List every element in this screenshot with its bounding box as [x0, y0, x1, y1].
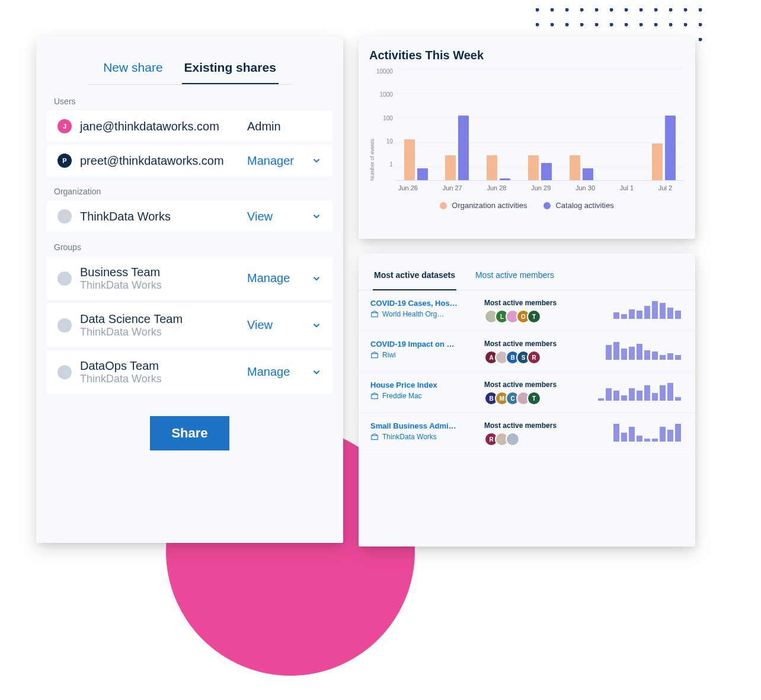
spark-bar	[660, 385, 666, 401]
bar	[487, 155, 497, 180]
activities-chart-panel: Activities This Week Number of events 10…	[359, 37, 695, 239]
dataset-name[interactable]: Small Business Admi…	[370, 421, 477, 430]
group-row[interactable]: Data Science TeamThinkData WorksView	[47, 303, 332, 347]
role-dropdown[interactable]: Manage	[247, 365, 299, 379]
avatar-stack: LOT	[484, 309, 585, 324]
sparkline	[592, 381, 683, 401]
group-row[interactable]: DataOps TeamThinkData WorksManage	[47, 350, 332, 394]
bar-group	[482, 155, 514, 180]
group-avatar	[57, 318, 72, 333]
spark-bar	[637, 391, 642, 401]
spark-bar	[644, 350, 650, 360]
group-row[interactable]: Business TeamThinkData WorksManage	[47, 257, 332, 300]
user-row[interactable]: Jjane@thinkdataworks.comAdmin	[47, 111, 332, 142]
xtick: Jun 26	[398, 184, 418, 191]
sparkline	[592, 421, 683, 442]
bar	[500, 178, 510, 180]
legend-item: Organization activities	[440, 201, 527, 210]
spark-bar	[637, 311, 642, 319]
user-email: jane@thinkdataworks.com	[80, 119, 239, 133]
member-avatar	[506, 432, 520, 446]
tab-most-active-datasets[interactable]: Most active datasets	[373, 261, 456, 290]
group-org: ThinkData Works	[80, 373, 239, 385]
spark-bar	[660, 303, 666, 319]
dataset-org[interactable]: ThinkData Works	[370, 433, 477, 441]
xtick: Jul 1	[620, 184, 634, 191]
bar-group	[524, 155, 556, 180]
dataset-name[interactable]: House Price Index	[370, 381, 477, 389]
role-label: Admin	[247, 120, 299, 133]
spark-bar	[629, 309, 635, 319]
spark-bar	[629, 388, 635, 401]
spark-bar	[621, 433, 627, 442]
bar	[665, 116, 676, 180]
spark-bar	[613, 342, 619, 360]
dataset-row[interactable]: COVID-19 Impact on …RiwiMost active memb…	[359, 331, 695, 372]
chart-legend: Organization activitiesCatalog activitie…	[369, 201, 685, 210]
bar	[458, 116, 469, 180]
spark-bar	[644, 439, 650, 442]
svg-rect-2	[372, 395, 378, 399]
dataset-name[interactable]: COVID-19 Cases, Hos…	[370, 299, 477, 308]
tab-most-active-members[interactable]: Most active members	[474, 261, 555, 290]
spark-bar	[637, 344, 642, 360]
org-icon	[370, 351, 379, 359]
members-label: Most active members	[484, 381, 585, 389]
org-row[interactable]: ThinkData WorksView	[47, 201, 332, 232]
org-name: ThinkData Works	[80, 209, 239, 223]
groups-section-label: Groups	[54, 242, 325, 252]
spark-bar	[613, 312, 619, 319]
tab-existing-shares[interactable]: Existing shares	[182, 55, 279, 84]
dataset-row[interactable]: Small Business Admi…ThinkData WorksMost …	[359, 413, 695, 454]
dataset-row[interactable]: House Price IndexFreddie MacMost active …	[359, 372, 695, 413]
members-label: Most active members	[484, 340, 585, 348]
chart-xticks: Jun 26Jun 27Jun 28Jun 29Jun 30Jul 1Jul 2	[369, 184, 685, 191]
role-label[interactable]: Manager	[247, 154, 299, 168]
spark-bar	[667, 308, 673, 319]
dataset-org[interactable]: World Health Org…	[370, 310, 477, 318]
group-avatar	[57, 271, 72, 286]
user-avatar: J	[57, 119, 72, 133]
svg-rect-1	[372, 354, 378, 358]
spark-bar	[652, 301, 658, 319]
spark-bar	[652, 393, 658, 401]
member-avatar: R	[527, 350, 541, 365]
dataset-name[interactable]: COVID-19 Impact on …	[370, 340, 477, 349]
bar	[528, 155, 539, 180]
spark-bar	[621, 395, 627, 401]
shares-panel: New share Existing shares Users Jjane@th…	[36, 37, 343, 543]
share-tabs: New share Existing shares	[47, 55, 332, 84]
bar-group	[441, 116, 473, 180]
bar	[445, 155, 456, 180]
role-dropdown[interactable]: Manage	[247, 271, 299, 285]
chevron-down-icon	[311, 273, 322, 284]
members-label: Most active members	[484, 421, 585, 430]
spark-bar	[652, 439, 658, 442]
dataset-org[interactable]: Freddie Mac	[370, 392, 477, 400]
spark-bar	[606, 345, 612, 360]
members-label: Most active members	[484, 299, 585, 307]
xtick: Jul 2	[658, 184, 672, 191]
share-button[interactable]: Share	[150, 416, 229, 450]
spark-bar	[675, 424, 681, 442]
bar	[583, 168, 593, 180]
bar-group	[648, 116, 680, 180]
dataset-org[interactable]: Riwi	[370, 351, 477, 359]
spark-bar	[613, 424, 619, 442]
spark-bar	[613, 391, 619, 401]
chevron-down-icon	[311, 211, 322, 222]
spark-bar	[675, 397, 681, 401]
chart-title: Activities This Week	[369, 49, 685, 62]
spark-bar	[667, 430, 673, 442]
chart-ylabel: Number of events	[369, 68, 375, 181]
spark-bar	[621, 314, 627, 319]
users-section-label: Users	[54, 97, 325, 106]
org-avatar	[57, 209, 72, 223]
dataset-row[interactable]: COVID-19 Cases, Hos…World Health Org…Mos…	[359, 290, 695, 331]
user-row[interactable]: Ppreet@thinkdataworks.comManager	[47, 145, 332, 176]
role-dropdown[interactable]: View	[247, 318, 299, 332]
role-dropdown[interactable]: View	[247, 210, 299, 223]
chart-yticks: 100001000100101	[375, 68, 395, 168]
org-icon	[370, 310, 379, 318]
tab-new-share[interactable]: New share	[101, 55, 165, 84]
